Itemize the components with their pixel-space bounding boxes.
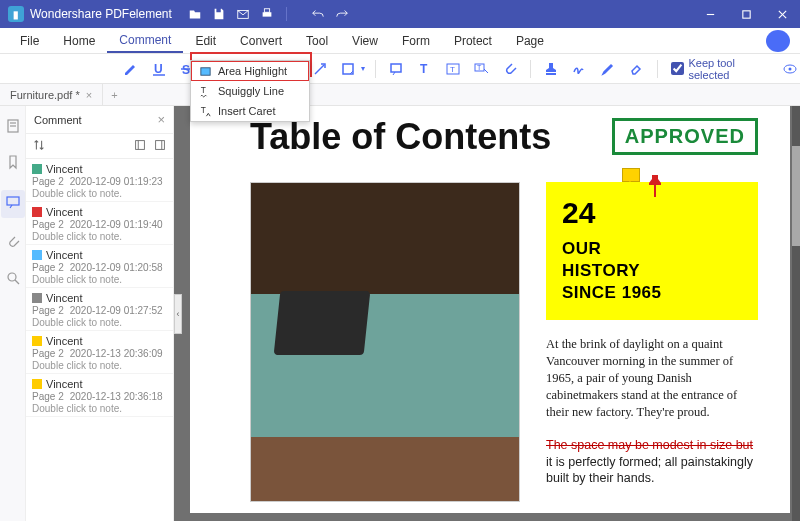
search-icon[interactable]	[5, 270, 21, 290]
dropdown-label: Squiggly Line	[218, 85, 284, 97]
squiggly-icon: T	[198, 84, 212, 98]
sticky-text: OUR HISTORY SINCE 1965	[562, 238, 742, 304]
sticky-note-icon[interactable]	[622, 168, 640, 182]
strikethrough-text: The space may be modest in size but	[546, 438, 753, 452]
new-tab-button[interactable]: +	[103, 89, 125, 101]
dropdown-area-highlight[interactable]: Area Highlight	[191, 61, 309, 81]
left-icon-strip	[0, 106, 26, 521]
comment-hint: Double click to note.	[32, 188, 167, 199]
callout-icon[interactable]: T	[471, 58, 491, 80]
bookmarks-icon[interactable]	[5, 154, 21, 174]
comment-entry[interactable]: VincentPage 22020-12-09 01:27:52Double c…	[26, 288, 173, 331]
menu-form[interactable]: Form	[390, 30, 442, 52]
svg-text:S: S	[182, 63, 190, 77]
arrow-icon[interactable]	[310, 58, 330, 80]
comment-page: Page 2	[32, 262, 64, 273]
tab-furniture[interactable]: Furniture.pdf * ×	[0, 84, 103, 105]
comment-entry[interactable]: VincentPage 22020-12-09 01:19:23Double c…	[26, 159, 173, 202]
menu-comment[interactable]: Comment	[107, 29, 183, 53]
minimize-button[interactable]	[692, 0, 728, 28]
note-icon[interactable]	[386, 58, 406, 80]
menu-protect[interactable]: Protect	[442, 30, 504, 52]
comment-user: Vincent	[46, 292, 83, 304]
textbox-icon[interactable]: T	[442, 58, 462, 80]
comment-entry[interactable]: VincentPage 22020-12-13 20:36:09Double c…	[26, 331, 173, 374]
comment-user: Vincent	[46, 335, 83, 347]
dropdown-insert-caret[interactable]: T Insert Caret	[191, 101, 309, 121]
comments-panel-icon[interactable]	[1, 190, 25, 218]
mail-icon[interactable]	[232, 4, 254, 24]
svg-rect-4	[742, 10, 749, 17]
comment-hint: Double click to note.	[32, 274, 167, 285]
cushion-shape	[274, 291, 371, 355]
maximize-button[interactable]	[728, 0, 764, 28]
svg-rect-26	[546, 73, 556, 75]
comment-list: VincentPage 22020-12-09 01:19:23Double c…	[26, 159, 173, 521]
tab-close-icon[interactable]: ×	[86, 89, 92, 101]
menu-view[interactable]: View	[340, 30, 390, 52]
print-icon[interactable]	[256, 4, 278, 24]
comment-hint: Double click to note.	[32, 317, 167, 328]
typewriter-icon[interactable]: T	[414, 58, 434, 80]
close-button[interactable]	[764, 0, 800, 28]
attachments-icon[interactable]	[5, 234, 21, 254]
shape-more-icon[interactable]	[338, 58, 358, 80]
furniture-photo	[250, 182, 520, 502]
app-title: Wondershare PDFelement	[30, 7, 172, 21]
comment-user: Vincent	[46, 163, 83, 175]
comment-entry[interactable]: VincentPage 22020-12-09 01:20:58Double c…	[26, 245, 173, 288]
comment-type-icon	[32, 250, 42, 260]
approved-stamp[interactable]: APPROVED	[612, 118, 758, 155]
keep-tool-checkbox[interactable]: Keep tool selected	[671, 57, 771, 81]
dropdown-squiggly[interactable]: T Squiggly Line	[191, 81, 309, 101]
comment-hint: Double click to note.	[32, 231, 167, 242]
attach-icon[interactable]	[499, 58, 519, 80]
save-icon[interactable]	[208, 4, 230, 24]
titlebar: ▮ Wondershare PDFelement	[0, 0, 800, 28]
menu-tool[interactable]: Tool	[294, 30, 340, 52]
scrollbar-thumb[interactable]	[792, 146, 800, 246]
highlighter-icon[interactable]	[120, 58, 140, 80]
collapse-sidebar-handle[interactable]: ‹	[174, 294, 182, 334]
svg-text:T: T	[477, 64, 482, 71]
menu-edit[interactable]: Edit	[183, 30, 228, 52]
body-paragraph-2: The space may be modest in size but it i…	[546, 437, 758, 488]
sidebar-close-icon[interactable]: ×	[157, 112, 165, 127]
area-highlight-icon	[198, 64, 212, 78]
signature-icon[interactable]	[569, 58, 589, 80]
underline-icon[interactable]: U	[148, 58, 168, 80]
dropdown-caret-icon[interactable]: ▾	[361, 64, 365, 73]
menu-page[interactable]: Page	[504, 30, 556, 52]
stamp-icon[interactable]	[541, 58, 561, 80]
pencil-icon[interactable]	[598, 58, 618, 80]
comment-entry[interactable]: VincentPage 22020-12-09 01:19:40Double c…	[26, 202, 173, 245]
collapse-icon[interactable]	[153, 138, 167, 154]
comment-page: Page 2	[32, 391, 64, 402]
pushpin-icon[interactable]	[644, 174, 666, 204]
comment-entry[interactable]: VincentPage 22020-12-13 20:36:18Double c…	[26, 374, 173, 417]
document-tabs: Furniture.pdf * × +	[0, 84, 800, 106]
sort-icon[interactable]	[32, 138, 46, 154]
comment-page: Page 2	[32, 176, 64, 187]
open-icon[interactable]	[184, 4, 206, 24]
menu-file[interactable]: File	[8, 30, 51, 52]
eraser-icon[interactable]	[626, 58, 646, 80]
svg-point-36	[8, 273, 16, 281]
comment-timestamp: 2020-12-09 01:20:58	[70, 262, 163, 273]
svg-rect-38	[136, 141, 145, 150]
expand-icon[interactable]	[133, 138, 147, 154]
redo-icon[interactable]	[331, 4, 353, 24]
menu-home[interactable]: Home	[51, 30, 107, 52]
pdf-page: Table of Contents APPROVED 24 OUR HISTOR…	[190, 106, 790, 513]
document-viewport[interactable]: ‹ Table of Contents APPROVED 24 OUR HIST…	[174, 106, 800, 521]
user-avatar-icon[interactable]	[766, 30, 790, 52]
undo-icon[interactable]	[307, 4, 329, 24]
comment-type-icon	[32, 207, 42, 217]
undo-redo	[307, 4, 353, 24]
comment-page: Page 2	[32, 348, 64, 359]
thumbnails-icon[interactable]	[5, 118, 21, 138]
hide-comments-icon[interactable]	[779, 58, 799, 80]
comment-type-icon	[32, 293, 42, 303]
menu-convert[interactable]: Convert	[228, 30, 294, 52]
comment-timestamp: 2020-12-13 20:36:18	[70, 391, 163, 402]
